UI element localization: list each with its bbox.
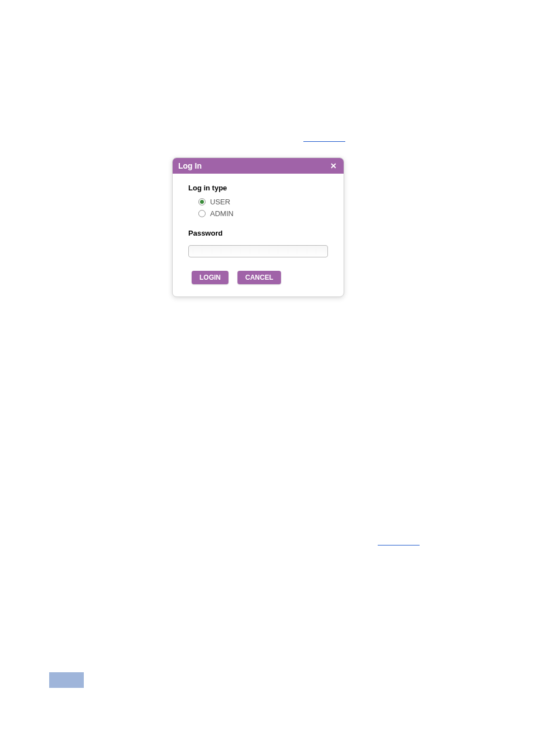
radio-label-admin: ADMIN	[210, 209, 234, 218]
login-dialog: Log In ✕ Log in type USER ADMIN Password…	[172, 157, 344, 297]
radio-icon-unselected	[198, 210, 206, 217]
login-button[interactable]: LOGIN	[192, 271, 229, 284]
link-underline-2	[378, 545, 420, 546]
dialog-title: Log In	[178, 161, 202, 170]
close-icon[interactable]: ✕	[329, 162, 338, 170]
login-type-radio-group: USER ADMIN	[198, 198, 328, 218]
link-underline-1	[303, 141, 345, 142]
password-label: Password	[188, 229, 328, 237]
page-number-box	[49, 672, 84, 688]
button-row: LOGIN CANCEL	[192, 271, 328, 284]
dialog-header: Log In ✕	[173, 158, 344, 174]
login-type-label: Log in type	[188, 184, 328, 192]
radio-icon-selected	[198, 198, 206, 205]
radio-option-user[interactable]: USER	[198, 198, 328, 206]
cancel-button[interactable]: CANCEL	[237, 271, 281, 284]
radio-label-user: USER	[210, 198, 230, 206]
password-input[interactable]	[188, 245, 328, 257]
radio-option-admin[interactable]: ADMIN	[198, 209, 328, 218]
dialog-body: Log in type USER ADMIN Password LOGIN CA…	[173, 174, 344, 296]
